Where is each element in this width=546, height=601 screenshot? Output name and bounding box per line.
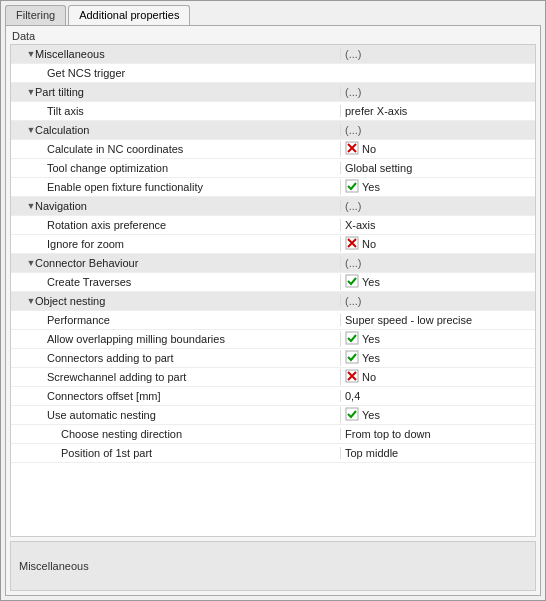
row-calculate-nc[interactable]: Calculate in NC coordinates No — [11, 140, 535, 159]
label-navigation: Navigation — [31, 200, 340, 212]
chevron-part-tilting: ▼ — [11, 87, 31, 97]
label-tilt-axis: Tilt axis — [43, 105, 340, 117]
bottom-panel: Miscellaneous — [10, 541, 536, 591]
label-connector-behaviour: Connector Behaviour — [31, 257, 340, 269]
properties-tree[interactable]: ▼ Miscellaneous (...) Get NCS trigger ▼ … — [10, 44, 536, 537]
svg-rect-7 — [346, 275, 358, 287]
svg-rect-8 — [346, 332, 358, 344]
label-open-fixture: Enable open fixture functionality — [43, 181, 340, 193]
row-use-automatic-nesting[interactable]: Use automatic nesting Yes — [11, 406, 535, 425]
bottom-label: Miscellaneous — [19, 560, 89, 572]
label-object-nesting: Object nesting — [31, 295, 340, 307]
bool-yes-icon-2 — [345, 274, 359, 290]
value-object-nesting: (...) — [340, 295, 535, 307]
row-open-fixture[interactable]: Enable open fixture functionality Yes — [11, 178, 535, 197]
row-performance[interactable]: Performance Super speed - low precise — [11, 311, 535, 330]
label-get-ncs-trigger: Get NCS trigger — [43, 67, 340, 79]
value-navigation: (...) — [340, 200, 535, 212]
row-get-ncs-trigger[interactable]: Get NCS trigger — [11, 64, 535, 83]
section-navigation[interactable]: ▼ Navigation (...) — [11, 197, 535, 216]
label-create-traverses: Create Traverses — [43, 276, 340, 288]
row-connectors-offset[interactable]: Connectors offset [mm] 0,4 — [11, 387, 535, 406]
row-position-1st-part[interactable]: Position of 1st part Top middle — [11, 444, 535, 463]
value-miscellaneous: (...) — [340, 48, 535, 60]
label-calculation: Calculation — [31, 124, 340, 136]
row-tool-change[interactable]: Tool change optimization Global setting — [11, 159, 535, 178]
label-miscellaneous: Miscellaneous — [31, 48, 340, 60]
bool-yes-icon-5 — [345, 407, 359, 423]
row-screwchannel-adding[interactable]: Screwchannel adding to part No — [11, 368, 535, 387]
label-connectors-adding: Connectors adding to part — [43, 352, 340, 364]
row-rotation-axis[interactable]: Rotation axis preference X-axis — [11, 216, 535, 235]
label-tool-change: Tool change optimization — [43, 162, 340, 174]
value-connectors-adding: Yes — [340, 350, 535, 366]
value-allow-overlapping: Yes — [340, 331, 535, 347]
label-position-1st-part: Position of 1st part — [57, 447, 340, 459]
row-connectors-adding[interactable]: Connectors adding to part Yes — [11, 349, 535, 368]
tab-filtering[interactable]: Filtering — [5, 5, 66, 25]
label-performance: Performance — [43, 314, 340, 326]
row-allow-overlapping[interactable]: Allow overlapping milling boundaries Yes — [11, 330, 535, 349]
row-nesting-direction[interactable]: Choose nesting direction From top to dow… — [11, 425, 535, 444]
value-screwchannel-adding: No — [340, 369, 535, 385]
value-connector-behaviour: (...) — [340, 257, 535, 269]
tab-bar: Filtering Additional properties — [1, 1, 545, 25]
bool-yes-icon-4 — [345, 350, 359, 366]
label-connectors-offset: Connectors offset [mm] — [43, 390, 340, 402]
bool-yes-icon — [345, 179, 359, 195]
chevron-object-nesting: ▼ — [11, 296, 31, 306]
value-tilt-axis: prefer X-axis — [340, 105, 535, 117]
svg-rect-3 — [346, 180, 358, 192]
main-window: Filtering Additional properties Data ▼ M… — [0, 0, 546, 601]
section-calculation[interactable]: ▼ Calculation (...) — [11, 121, 535, 140]
value-performance: Super speed - low precise — [340, 314, 535, 326]
value-nesting-direction: From top to down — [340, 428, 535, 440]
value-use-automatic-nesting: Yes — [340, 407, 535, 423]
section-connector-behaviour[interactable]: ▼ Connector Behaviour (...) — [11, 254, 535, 273]
bool-no-icon — [345, 141, 359, 157]
value-position-1st-part: Top middle — [340, 447, 535, 459]
value-open-fixture: Yes — [340, 179, 535, 195]
label-screwchannel-adding: Screwchannel adding to part — [43, 371, 340, 383]
content-area: Data ▼ Miscellaneous (...) Get NCS trigg… — [5, 25, 541, 596]
value-calculate-nc: No — [340, 141, 535, 157]
bool-no-icon-3 — [345, 369, 359, 385]
value-create-traverses: Yes — [340, 274, 535, 290]
svg-rect-13 — [346, 408, 358, 420]
row-tilt-axis[interactable]: Tilt axis prefer X-axis — [11, 102, 535, 121]
value-connectors-offset: 0,4 — [340, 390, 535, 402]
chevron-connector-behaviour: ▼ — [11, 258, 31, 268]
row-ignore-zoom[interactable]: Ignore for zoom No — [11, 235, 535, 254]
label-nesting-direction: Choose nesting direction — [57, 428, 340, 440]
label-allow-overlapping: Allow overlapping milling boundaries — [43, 333, 340, 345]
section-miscellaneous[interactable]: ▼ Miscellaneous (...) — [11, 45, 535, 64]
value-calculation: (...) — [340, 124, 535, 136]
label-part-tilting: Part tilting — [31, 86, 340, 98]
svg-rect-9 — [346, 351, 358, 363]
value-ignore-zoom: No — [340, 236, 535, 252]
label-ignore-zoom: Ignore for zoom — [43, 238, 340, 250]
chevron-calculation: ▼ — [11, 125, 31, 135]
row-create-traverses[interactable]: Create Traverses Yes — [11, 273, 535, 292]
chevron-navigation: ▼ — [11, 201, 31, 211]
label-use-automatic-nesting: Use automatic nesting — [43, 409, 340, 421]
value-tool-change: Global setting — [340, 162, 535, 174]
bool-yes-icon-3 — [345, 331, 359, 347]
label-calculate-nc: Calculate in NC coordinates — [43, 143, 340, 155]
value-rotation-axis: X-axis — [340, 219, 535, 231]
value-part-tilting: (...) — [340, 86, 535, 98]
section-object-nesting[interactable]: ▼ Object nesting (...) — [11, 292, 535, 311]
section-part-tilting[interactable]: ▼ Part tilting (...) — [11, 83, 535, 102]
chevron-miscellaneous: ▼ — [11, 49, 31, 59]
bool-no-icon-2 — [345, 236, 359, 252]
label-rotation-axis: Rotation axis preference — [43, 219, 340, 231]
tab-additional-properties[interactable]: Additional properties — [68, 5, 190, 25]
data-label: Data — [6, 26, 540, 44]
